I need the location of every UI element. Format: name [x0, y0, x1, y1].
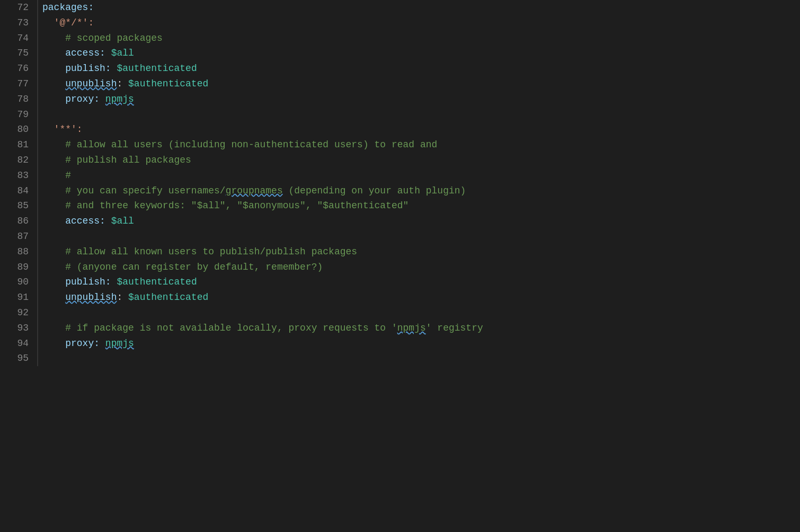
code-line: '**': — [42, 122, 800, 137]
line-number: 72 — [4, 0, 29, 15]
code-line — [42, 107, 800, 122]
line-number: 90 — [4, 274, 29, 290]
plain-text — [42, 323, 65, 333]
code-content: packages: '@*/*': # scoped packages acce… — [37, 0, 800, 366]
comment-text: # — [65, 170, 71, 181]
line-number: 84 — [4, 183, 29, 199]
plain-text — [42, 246, 65, 257]
code-line: access: $all — [42, 214, 800, 229]
code-line: # allow all known users to publish/publi… — [42, 244, 800, 260]
plain-text — [42, 262, 65, 272]
plain-text: : — [117, 292, 128, 303]
yaml-key: proxy: — [65, 338, 100, 349]
code-line: # and three keywords: "$all", "$anonymou… — [42, 198, 800, 214]
keyword-variable: $all — [111, 48, 134, 58]
comment-text: ' registry — [426, 323, 483, 333]
plain-text — [42, 63, 65, 74]
keyword-variable: $authenticated — [117, 277, 197, 287]
plain-text — [42, 155, 65, 165]
line-number: 82 — [4, 153, 29, 168]
keyword-variable: $authenticated — [128, 78, 208, 89]
yaml-key-squiggly: unpublish — [65, 78, 117, 89]
plain-text — [42, 338, 65, 349]
yaml-key: publish: — [65, 277, 111, 287]
yaml-key: publish: — [65, 63, 111, 74]
line-number: 80 — [4, 122, 29, 137]
code-line: packages: — [42, 0, 800, 15]
yaml-key: proxy: — [65, 94, 100, 104]
line-number: 76 — [4, 61, 29, 76]
plain-text — [42, 277, 65, 287]
code-line: # if package is not available locally, p… — [42, 321, 800, 336]
line-number: 94 — [4, 336, 29, 351]
plain-text — [42, 200, 65, 211]
plain-text — [100, 94, 105, 104]
plain-text — [42, 170, 65, 181]
plain-text — [42, 216, 65, 226]
yaml-key-squiggly: unpublish — [65, 292, 117, 303]
plain-text — [42, 124, 54, 135]
plain-text: : — [117, 78, 128, 89]
keyword-variable: $authenticated — [117, 63, 197, 74]
code-editor: 7273747576777879808182838485868788899091… — [0, 0, 800, 366]
line-number: 78 — [4, 92, 29, 107]
line-number: 79 — [4, 107, 29, 122]
yaml-quote-key: '@*/*': — [54, 17, 94, 28]
plain-text — [42, 292, 65, 303]
code-line: publish: $authenticated — [42, 61, 800, 76]
line-number: 75 — [4, 46, 29, 61]
plain-text — [42, 139, 65, 150]
line-number: 86 — [4, 214, 29, 229]
line-number: 95 — [4, 351, 29, 366]
code-line: proxy: npmjs — [42, 336, 800, 351]
code-line: # (anyone can register by default, remem… — [42, 260, 800, 275]
plain-text — [42, 33, 65, 43]
plain-text — [105, 216, 111, 226]
plain-text — [42, 48, 65, 58]
comment-text: # publish all packages — [65, 155, 191, 165]
keyword-variable: $all — [111, 216, 134, 226]
code-line — [42, 305, 800, 321]
line-number: 89 — [4, 260, 29, 275]
comment-squiggly-text: groupnames — [226, 185, 283, 196]
code-line: unpublish: $authenticated — [42, 290, 800, 305]
comment-text: # if package is not available locally, p… — [65, 323, 397, 333]
yaml-key: access: — [65, 216, 105, 226]
code-line: # — [42, 168, 800, 183]
plain-text — [105, 48, 111, 58]
code-line: # scoped packages — [42, 31, 800, 46]
plain-text — [42, 17, 54, 28]
code-line: access: $all — [42, 46, 800, 61]
plain-text — [111, 63, 117, 74]
line-number-gutter: 7273747576777879808182838485868788899091… — [0, 0, 37, 366]
yaml-key: access: — [65, 48, 105, 58]
line-number: 88 — [4, 244, 29, 260]
comment-text: # and three keywords: "$all", "$anonymou… — [65, 200, 408, 211]
line-number: 85 — [4, 198, 29, 214]
string-squiggly: npmjs — [105, 338, 134, 349]
code-line: '@*/*': — [42, 15, 800, 31]
comment-text: # allow all users (including non-authent… — [65, 139, 437, 150]
comment-text: # (anyone can register by default, remem… — [65, 262, 323, 272]
line-number: 74 — [4, 31, 29, 46]
comment-text: # allow all known users to publish/publi… — [65, 246, 357, 257]
line-number: 91 — [4, 290, 29, 305]
plain-text — [42, 78, 65, 89]
line-number: 81 — [4, 137, 29, 153]
plain-text — [100, 338, 105, 349]
yaml-key: packages: — [42, 2, 94, 13]
code-line — [42, 351, 800, 366]
code-line: unpublish: $authenticated — [42, 76, 800, 92]
comment-text: (depending on your auth plugin) — [283, 185, 466, 196]
code-line — [42, 229, 800, 244]
plain-text — [111, 277, 117, 287]
line-number: 77 — [4, 76, 29, 92]
plain-text — [42, 94, 65, 104]
keyword-variable: $authenticated — [128, 292, 208, 303]
plain-text — [42, 185, 65, 196]
comment-text: # you can specify usernames/ — [65, 185, 225, 196]
line-number: 83 — [4, 168, 29, 183]
string-squiggly: npmjs — [105, 94, 134, 104]
yaml-quote-key: '**': — [54, 124, 83, 135]
code-line: # you can specify usernames/groupnames (… — [42, 183, 800, 199]
